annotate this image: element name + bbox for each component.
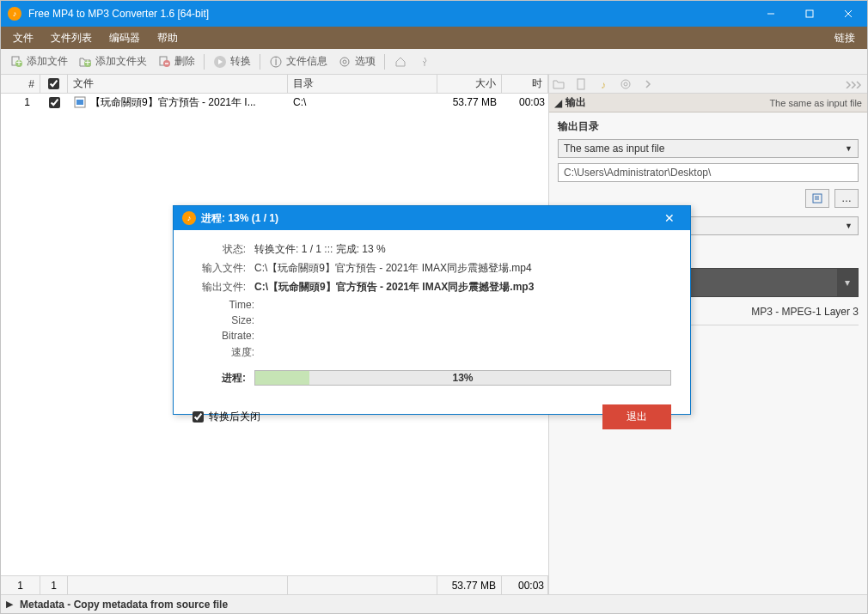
output-value: C:\【玩命關頭9】官方預告 - 2021年 IMAX同步震撼登場.mp3 [254,280,671,295]
delete-label: 删除 [174,54,195,69]
status-value: 转换文件: 1 / 1 ::: 完成: 13 % [254,242,671,257]
row-dir: C:\ [288,94,437,110]
svg-rect-1 [806,10,813,17]
options-label: 选项 [355,54,376,69]
add-folder-label: 添加文件夹 [95,54,147,69]
close-button[interactable] [828,1,867,27]
close-after-checkbox-label[interactable]: 转换后关闭 [193,410,260,424]
play-icon [213,55,227,69]
add-file-icon: + [9,55,23,69]
exit-button[interactable]: 退出 [602,404,671,429]
table-row[interactable]: 1 【玩命關頭9】官方預告 - 2021年 I... C:\ 53.77 MB … [1,94,548,111]
maximize-button[interactable] [790,1,828,27]
add-folder-icon: + [78,55,92,69]
browse-folder-button[interactable] [805,189,829,208]
bitrate-label: Bitrate: [220,330,254,342]
output-title: 输出 [565,95,769,110]
pin-button[interactable] [413,52,437,72]
footer-size: 53.77 MB [437,576,502,594]
grid-footer: 1 1 53.77 MB 00:03 [1,575,548,594]
file-icon[interactable] [575,78,587,90]
window-title: Free MP4 to MP3 Converter 1.6 [64-bit] [28,8,751,20]
convert-button[interactable]: 转换 [208,51,256,72]
svg-text:+: + [15,57,21,69]
titlebar: ♪ Free MP4 to MP3 Converter 1.6 [64-bit] [1,1,867,27]
fileinfo-button[interactable]: i 文件信息 [264,51,333,72]
col-num[interactable]: # [1,75,40,93]
col-file[interactable]: 文件 [68,75,288,93]
options-button[interactable]: 选项 [333,51,381,72]
statusbar-arrow-icon[interactable]: ▶ [6,599,13,610]
col-size[interactable]: 大小 [437,75,502,93]
svg-point-15 [340,58,349,66]
input-label: 输入文件: [193,261,254,276]
chevron-right-icon[interactable] [642,78,654,90]
chevron-down-icon: ▼ [845,222,853,230]
dialog-body: 状态:转换文件: 1 / 1 ::: 完成: 13 % 输入文件:C:\【玩命關… [174,230,690,394]
convert-label: 转换 [230,54,251,69]
chevron-down-icon: ▼ [845,144,853,153]
gear-small-icon[interactable] [620,78,632,90]
size-label: Size: [220,314,254,326]
expand-icon[interactable] [845,80,864,88]
output-path-field[interactable]: C:\Users\Administrator\Desktop\ [558,163,859,182]
add-file-button[interactable]: + 添加文件 [4,51,73,72]
status-label: 状态: [193,242,254,257]
dialog-app-icon: ♪ [182,211,196,225]
statusbar-text: Metadata - Copy metadata from source fil… [20,599,228,611]
footer-count1: 1 [1,576,40,594]
add-file-label: 添加文件 [27,54,68,69]
col-check[interactable] [40,75,68,93]
row-file: 【玩命關頭9】官方預告 - 2021年 I... [68,94,288,112]
output-dir-dropdown[interactable]: The same as input file ▼ [558,139,859,158]
menu-link[interactable]: 链接 [826,27,864,49]
row-num: 1 [1,94,40,110]
video-file-icon [73,95,87,109]
svg-rect-19 [578,79,584,89]
output-dir-label: 输出目录 [558,119,859,134]
delete-icon [157,55,171,69]
close-after-checkbox[interactable] [193,411,204,423]
progress-percent: 13% [255,371,670,385]
delete-button[interactable]: 删除 [152,51,200,72]
app-icon: ♪ [8,7,21,21]
add-folder-button[interactable]: + 添加文件夹 [73,51,152,72]
dialog-titlebar: ♪ 进程: 13% (1 / 1) ✕ [174,206,690,230]
progress-label: 进程: [193,371,254,386]
grid-header: # 文件 目录 大小 时 [1,75,548,94]
more-button[interactable]: … [834,189,859,208]
footer-count2: 1 [40,576,68,594]
folder-icon[interactable] [553,78,565,90]
input-value: C:\【玩命關頭9】官方預告 - 2021年 IMAX同步震撼登場.mp4 [254,261,671,276]
svg-rect-24 [815,196,819,200]
row-size: 53.77 MB [437,94,502,110]
progress-bar: 13% [254,370,671,386]
row-checkbox[interactable] [49,97,60,108]
collapse-arrow-icon: ◢ [554,97,562,109]
output-subtext: The same as input file [769,98,862,108]
chevron-down-icon: ▾ [837,269,858,296]
menu-file[interactable]: 文件 [4,27,42,49]
gear-icon [338,55,351,69]
svg-text:♪: ♪ [601,79,606,90]
svg-text:i: i [275,56,278,68]
col-dir[interactable]: 目录 [288,75,437,93]
minimize-button[interactable] [751,1,790,27]
music-note-icon[interactable]: ♪ [597,78,609,90]
pin-icon [418,55,431,69]
svg-point-22 [624,82,627,86]
header-checkbox[interactable] [48,78,59,89]
output-label: 输出文件: [193,280,254,295]
output-section-header[interactable]: ◢ 输出 The same as input file [549,94,867,112]
menu-encoder[interactable]: 编码器 [101,27,149,49]
menu-help[interactable]: 帮助 [149,27,186,49]
dialog-close-button[interactable]: ✕ [652,211,687,225]
footer-time: 00:03 [502,576,548,594]
menu-filelist[interactable]: 文件列表 [42,27,101,49]
svg-point-21 [621,80,630,88]
fileinfo-label: 文件信息 [286,54,327,69]
home-button[interactable] [388,52,413,72]
col-time[interactable]: 时 [502,75,548,93]
toolbar: + 添加文件 + 添加文件夹 删除 转换 i 文件信息 选项 [1,49,867,75]
dialog-footer: 转换后关闭 退出 [174,394,690,440]
